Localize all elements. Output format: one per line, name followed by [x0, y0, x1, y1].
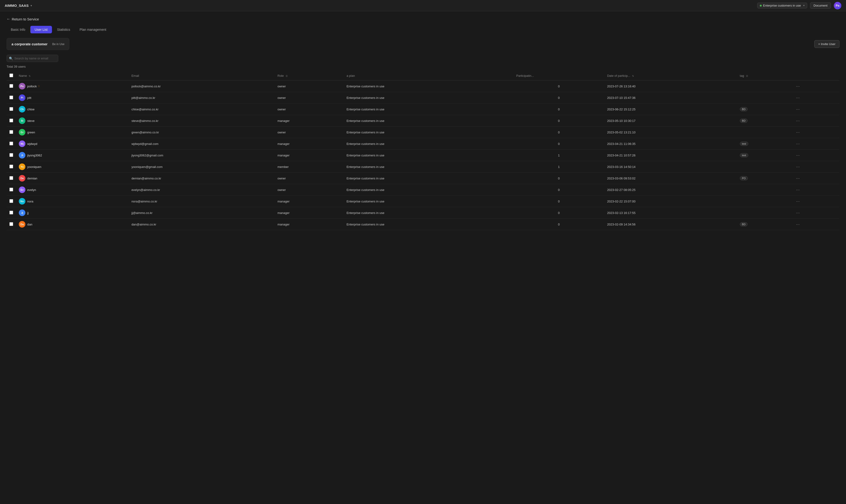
document-button[interactable]: Document [810, 2, 831, 9]
row-checkbox[interactable] [10, 95, 13, 100]
user-email: yooniquen@gmail.com [129, 161, 275, 173]
search-input[interactable] [6, 55, 58, 62]
user-name-cell: Jj jj [19, 210, 126, 216]
table-row: Da dan dan@aimmo.co.kr manager Enterpris… [6, 219, 840, 230]
row-checkbox[interactable] [10, 222, 13, 226]
user-name-cell: No nora [19, 198, 126, 204]
nav-right: Enterprise customers in use ▾ Document P… [757, 2, 841, 10]
user-avatar: Wj [19, 141, 25, 147]
row-more-button[interactable]: ⋯ [795, 130, 801, 135]
table-row: Ev evelyn evelyn@aimmo.co.kr owner Enter… [6, 184, 840, 196]
filter-role-icon[interactable]: ☰ [286, 75, 288, 77]
user-role: owner [275, 104, 344, 115]
row-more-button[interactable]: ⋯ [795, 176, 801, 181]
user-plan: Enterprise customers in use [344, 127, 514, 138]
top-navigation: AIMMO_SAAS ▾ Enterprise customers in use… [0, 0, 846, 11]
user-tag [737, 127, 792, 138]
corp-status: Be in Use [52, 42, 64, 46]
enterprise-selector[interactable]: Enterprise customers in use ▾ [757, 3, 807, 8]
row-checkbox[interactable] [10, 199, 13, 203]
tag-badge: BD [740, 119, 748, 123]
table-row: Wj wjdwyd wjdwyd@gmail.com manager Enter… [6, 138, 840, 149]
row-more-button[interactable]: ⋯ [795, 84, 801, 89]
row-checkbox[interactable] [10, 84, 13, 88]
tag-badge: test [740, 153, 748, 157]
user-role: owner [275, 184, 344, 196]
user-name: green [27, 130, 35, 134]
row-checkbox[interactable] [10, 119, 13, 122]
user-email: pollock@aimmo.co.kr [129, 80, 275, 92]
table-row: Jj jj jj@aimmo.co.kr manager Enterprise … [6, 207, 840, 219]
total-users-label: Total 39 users [6, 65, 840, 68]
enterprise-label: Enterprise customers in use [763, 4, 801, 7]
user-role: manager [275, 149, 344, 161]
invite-user-button[interactable]: + Invite User [814, 40, 840, 48]
back-link[interactable]: ← Return to Service [6, 17, 840, 21]
row-checkbox[interactable] [10, 153, 13, 157]
tab-statistics[interactable]: Statistics [53, 26, 74, 33]
sort-date-icon[interactable]: ⇅ [632, 75, 634, 77]
row-checkbox[interactable] [10, 188, 13, 192]
row-more-button[interactable]: ⋯ [795, 95, 801, 101]
user-name-cell: Gr green [19, 129, 126, 136]
row-more-button[interactable]: ⋯ [795, 164, 801, 169]
user-tag: BD [737, 104, 792, 115]
user-plan: Enterprise customers in use [344, 219, 514, 230]
search-icon: 🔍 [9, 57, 13, 60]
row-more-button[interactable]: ⋯ [795, 118, 801, 124]
user-plan: Enterprise customers in use [344, 161, 514, 173]
user-date: 2023-02-27 08:05:25 [604, 184, 737, 196]
row-more-button[interactable]: ⋯ [795, 107, 801, 112]
col-name: Name ⇅ [16, 71, 129, 80]
table-row: No nora nora@aimmo.co.kr manager Enterpr… [6, 196, 840, 207]
table-row: St steve steve@aimmo.co.kr manager Enter… [6, 115, 840, 127]
row-checkbox[interactable] [10, 130, 13, 134]
row-checkbox[interactable] [10, 142, 13, 145]
user-date: 2023-03-06 09:53:02 [604, 173, 737, 184]
user-role: owner [275, 80, 344, 92]
nav-left: AIMMO_SAAS ▾ [5, 3, 32, 7]
row-more-button[interactable]: ⋯ [795, 141, 801, 147]
select-all-checkbox[interactable] [10, 73, 13, 77]
user-avatar: Yo [19, 163, 25, 170]
tab-plan-management[interactable]: Plan management [75, 26, 111, 33]
row-checkbox[interactable] [10, 165, 13, 168]
tab-user-list[interactable]: User List [30, 26, 52, 33]
row-checkbox[interactable] [10, 107, 13, 111]
user-name-cell: Wj wjdwyd [19, 141, 126, 147]
table-row: Yo yooniquen yooniquen@gmail.com member … [6, 161, 840, 173]
col-plan: a plan [344, 71, 514, 80]
user-plan: Enterprise customers in use [344, 207, 514, 219]
user-avatar: Ch [19, 106, 25, 112]
back-link-label: Return to Service [12, 17, 39, 21]
user-email: pitt@aimmo.co.kr [129, 92, 275, 104]
user-date: 2023-03-16 14:50:14 [604, 161, 737, 173]
row-checkbox[interactable] [10, 176, 13, 180]
user-plan: Enterprise customers in use [344, 138, 514, 149]
tab-basic-info[interactable]: Basic Info [6, 26, 29, 33]
row-more-button[interactable]: ⋯ [795, 187, 801, 193]
page-content: ← Return to Service Basic InfoUser ListS… [0, 11, 846, 236]
user-date: 2023-07-26 13:16:40 [604, 80, 737, 92]
user-participating: 0 [514, 138, 604, 149]
user-avatar: Jj [19, 210, 25, 216]
user-role: owner [275, 92, 344, 104]
tag-badge: BD [740, 107, 748, 111]
row-more-button[interactable]: ⋯ [795, 152, 801, 158]
user-avatar: Da [19, 221, 25, 228]
row-more-button[interactable]: ⋯ [795, 199, 801, 204]
corp-info-card: a corporate customer Be in Use [6, 38, 69, 50]
user-email: dan@aimmo.co.kr [129, 219, 275, 230]
table-row: De demian demian@aimmo.co.kr owner Enter… [6, 173, 840, 184]
user-name: pollock [27, 85, 37, 88]
user-participating: 0 [514, 115, 604, 127]
user-role: member [275, 161, 344, 173]
status-dot [760, 5, 762, 6]
row-checkbox[interactable] [10, 211, 13, 214]
user-role: manager [275, 115, 344, 127]
avatar[interactable]: Pa [834, 2, 841, 10]
filter-tag-icon[interactable]: ☰ [746, 75, 748, 77]
row-more-button[interactable]: ⋯ [795, 222, 801, 227]
sort-name-icon[interactable]: ⇅ [29, 75, 31, 77]
row-more-button[interactable]: ⋯ [795, 210, 801, 216]
